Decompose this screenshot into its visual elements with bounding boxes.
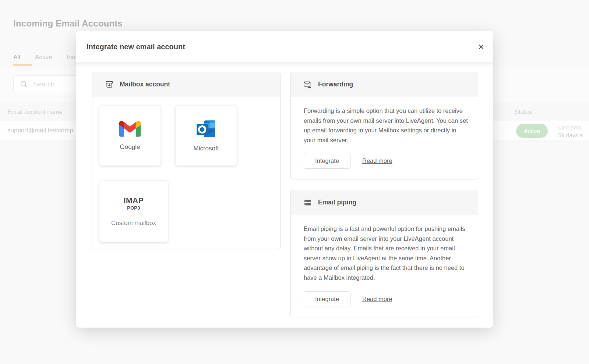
mailbox-account-title: Mailbox account: [120, 81, 170, 88]
email-piping-panel: Email piping Email piping is a fast and …: [290, 190, 478, 317]
outlook-icon: [196, 119, 216, 138]
forwarding-header: Forwarding: [291, 72, 478, 97]
close-icon[interactable]: ✕: [476, 42, 487, 53]
forwarding-actions: Integrate Read more: [304, 153, 392, 169]
integrate-email-modal: Integrate new email account ✕ Mailbox ac…: [76, 31, 493, 328]
forwarding-read-more-link[interactable]: Read more: [362, 157, 392, 164]
forwarding-description: Forwarding is a simple option that you c…: [304, 106, 468, 145]
forwarding-icon: [303, 80, 312, 89]
email-piping-icon: [303, 198, 312, 207]
modal-header-shadow: [76, 62, 493, 68]
email-piping-actions: Integrate Read more: [304, 291, 392, 307]
email-piping-read-more-link[interactable]: Read more: [362, 296, 392, 303]
forwarding-integrate-button[interactable]: Integrate: [304, 153, 350, 169]
email-piping-description: Email piping is a fast and powerful opti…: [304, 224, 468, 283]
gmail-icon: [119, 121, 141, 137]
provider-card-microsoft[interactable]: Microsoft: [175, 105, 237, 166]
forwarding-panel: Forwarding Forwarding is a simple option…: [290, 72, 478, 179]
google-card-label: Google: [120, 143, 140, 151]
pop3-label: POP3: [127, 206, 140, 211]
provider-card-custom-mailbox[interactable]: IMAP POP3 Custom mailbox: [99, 181, 168, 242]
email-piping-header: Email piping: [291, 190, 478, 215]
microsoft-card-label: Microsoft: [194, 145, 219, 152]
email-piping-title: Email piping: [318, 199, 356, 206]
forwarding-title: Forwarding: [318, 81, 353, 88]
mailbox-account-panel: Mailbox account Google: [92, 72, 281, 249]
mailbox-icon: [105, 80, 114, 89]
mailbox-account-header: Mailbox account: [92, 72, 280, 97]
email-piping-integrate-button[interactable]: Integrate: [304, 291, 350, 307]
custom-mailbox-label: Custom mailbox: [111, 220, 156, 227]
modal-title: Integrate new email account: [87, 43, 185, 51]
provider-card-google[interactable]: Google: [99, 105, 161, 166]
imap-label: IMAP: [124, 196, 144, 205]
modal-header: Integrate new email account ✕: [76, 31, 493, 62]
